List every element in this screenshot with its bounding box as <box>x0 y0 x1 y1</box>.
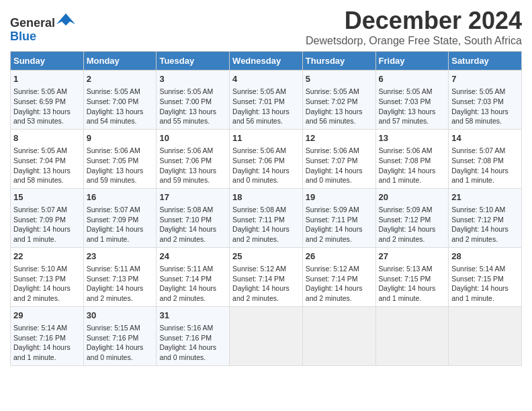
cell-line: and 2 minutes. <box>232 234 300 244</box>
cell-line: Sunset: 7:10 PM <box>159 215 226 225</box>
cell-line: and 1 minute. <box>379 293 446 304</box>
cell-line: and 56 minutes. <box>232 116 300 126</box>
cell-line: Sunset: 7:15 PM <box>379 274 446 284</box>
calendar-cell: 7Sunrise: 5:05 AMSunset: 7:03 PMDaylight… <box>449 71 522 130</box>
logo: General Blue <box>10 12 75 44</box>
day-number: 28 <box>451 250 519 263</box>
calendar-cell: 27Sunrise: 5:13 AMSunset: 7:15 PMDayligh… <box>375 247 449 306</box>
week-row-4: 29Sunrise: 5:14 AMSunset: 7:16 PMDayligh… <box>11 306 522 365</box>
cell-line: and 2 minutes. <box>159 293 226 304</box>
day-number: 17 <box>159 191 226 203</box>
cell-line: Daylight: 14 hours <box>159 342 226 353</box>
cell-line: Daylight: 14 hours <box>306 166 373 176</box>
logo-blue: Blue <box>10 30 36 43</box>
day-number: 19 <box>306 191 373 203</box>
cell-line: Sunrise: 5:12 AM <box>232 264 300 274</box>
cell-line: Sunset: 7:14 PM <box>232 274 300 284</box>
month-title: December 2024 <box>306 7 522 35</box>
cell-line: Daylight: 14 hours <box>451 166 519 176</box>
cell-line: Sunrise: 5:05 AM <box>232 87 300 97</box>
cell-line: Sunset: 7:15 PM <box>451 274 519 284</box>
cell-line: Sunset: 7:05 PM <box>87 156 154 166</box>
day-number: 18 <box>232 191 300 203</box>
cell-line: Sunrise: 5:09 AM <box>306 205 373 215</box>
cell-line: Sunrise: 5:05 AM <box>379 87 446 97</box>
cell-line: Daylight: 13 hours <box>159 166 226 176</box>
cell-line: and 2 minutes. <box>13 293 81 304</box>
cell-line: Daylight: 14 hours <box>232 166 300 176</box>
calendar-cell <box>230 306 303 365</box>
cell-line: Sunset: 7:08 PM <box>379 156 446 166</box>
calendar-cell: 24Sunrise: 5:11 AMSunset: 7:14 PMDayligh… <box>157 247 230 306</box>
cell-line: Daylight: 14 hours <box>306 224 373 234</box>
week-row-3: 22Sunrise: 5:10 AMSunset: 7:13 PMDayligh… <box>11 247 522 306</box>
location-title: Dewetsdorp, Orange Free State, South Afr… <box>306 35 522 47</box>
day-number: 31 <box>159 310 226 322</box>
day-number: 12 <box>306 132 373 144</box>
cell-line: Daylight: 13 hours <box>13 166 81 176</box>
calendar-cell: 29Sunrise: 5:14 AMSunset: 7:16 PMDayligh… <box>11 306 84 365</box>
cell-line: Daylight: 14 hours <box>159 283 226 293</box>
cell-line: Daylight: 13 hours <box>232 107 300 117</box>
svg-marker-0 <box>56 13 75 26</box>
calendar-cell: 25Sunrise: 5:12 AMSunset: 7:14 PMDayligh… <box>230 247 303 306</box>
cell-line: Sunset: 7:13 PM <box>13 274 81 284</box>
cell-line: Sunrise: 5:06 AM <box>306 146 373 156</box>
cell-line: Sunrise: 5:06 AM <box>87 146 154 156</box>
cell-line: Daylight: 14 hours <box>13 342 81 353</box>
cell-line: Sunrise: 5:11 AM <box>87 264 154 274</box>
logo-blue-text: Blue <box>10 30 75 44</box>
calendar-cell: 26Sunrise: 5:12 AMSunset: 7:14 PMDayligh… <box>302 247 375 306</box>
calendar-cell: 1Sunrise: 5:05 AMSunset: 6:59 PMDaylight… <box>11 71 84 130</box>
week-row-1: 8Sunrise: 5:05 AMSunset: 7:04 PMDaylight… <box>11 129 522 188</box>
day-number: 23 <box>87 250 154 263</box>
cell-line: and 2 minutes. <box>379 234 446 244</box>
day-number: 3 <box>159 73 226 85</box>
cell-line: Sunset: 7:16 PM <box>159 333 226 343</box>
calendar-cell: 30Sunrise: 5:15 AMSunset: 7:16 PMDayligh… <box>83 306 157 365</box>
day-number: 8 <box>13 132 81 144</box>
day-number: 21 <box>451 191 519 203</box>
cell-line: Sunrise: 5:05 AM <box>451 87 519 97</box>
cell-line: and 2 minutes. <box>159 234 226 244</box>
cell-line: and 1 minute. <box>87 234 154 244</box>
cell-line: Sunset: 7:06 PM <box>232 156 300 166</box>
cell-line: Sunset: 7:08 PM <box>451 156 519 166</box>
cell-line: and 2 minutes. <box>451 234 519 244</box>
logo-text: General <box>10 12 75 30</box>
cell-line: Daylight: 13 hours <box>306 107 373 117</box>
cell-line: Daylight: 14 hours <box>306 283 373 293</box>
cell-line: Sunrise: 5:10 AM <box>13 264 81 274</box>
calendar-cell <box>302 306 375 365</box>
cell-line: Sunrise: 5:16 AM <box>159 323 226 333</box>
cell-line: and 56 minutes. <box>306 116 373 126</box>
header-saturday: Saturday <box>449 52 522 71</box>
header-row: SundayMondayTuesdayWednesdayThursdayFrid… <box>11 52 522 71</box>
header: General Blue December 2024 Dewetsdorp, O… <box>10 7 522 47</box>
cell-line: Sunrise: 5:07 AM <box>87 205 154 215</box>
cell-line: Sunrise: 5:06 AM <box>232 146 300 156</box>
calendar-cell: 12Sunrise: 5:06 AMSunset: 7:07 PMDayligh… <box>302 129 375 188</box>
cell-line: and 0 minutes. <box>232 175 300 185</box>
cell-line: Sunset: 7:11 PM <box>232 215 300 225</box>
cell-line: Daylight: 14 hours <box>13 283 81 293</box>
cell-line: and 59 minutes. <box>87 175 154 185</box>
cell-line: Sunrise: 5:08 AM <box>232 205 300 215</box>
cell-line: Sunset: 7:01 PM <box>232 97 300 107</box>
day-number: 14 <box>451 132 519 144</box>
header-sunday: Sunday <box>11 52 84 71</box>
cell-line: Sunset: 7:13 PM <box>87 274 154 284</box>
cell-line: Sunset: 7:00 PM <box>87 97 154 107</box>
day-number: 24 <box>159 250 226 263</box>
day-number: 30 <box>87 310 154 322</box>
cell-line: and 0 minutes. <box>87 353 154 363</box>
day-number: 20 <box>379 191 446 203</box>
day-number: 15 <box>13 191 81 203</box>
cell-line: Sunrise: 5:05 AM <box>87 87 154 97</box>
calendar-body: 1Sunrise: 5:05 AMSunset: 6:59 PMDaylight… <box>11 71 522 366</box>
cell-line: Daylight: 13 hours <box>13 107 81 117</box>
cell-line: Daylight: 14 hours <box>87 342 154 353</box>
cell-line: Daylight: 14 hours <box>451 283 519 293</box>
calendar-cell: 2Sunrise: 5:05 AMSunset: 7:00 PMDaylight… <box>83 71 157 130</box>
header-wednesday: Wednesday <box>230 52 303 71</box>
